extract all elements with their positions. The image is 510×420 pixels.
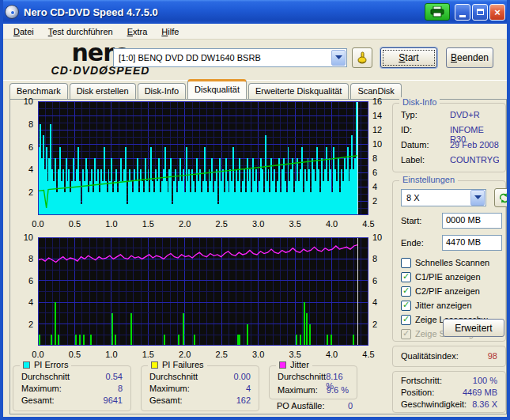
disk-label-row: Label:COUNTRYGERM (401, 155, 499, 165)
po-failures-row: PO Ausfälle: 0 (277, 401, 353, 411)
tab-erweiterte-diskqualitaet[interactable]: Erweiterte Diskqualität (248, 83, 349, 99)
progress-panel: Fortschritt:100 % Position:4469 MB Gesch… (392, 371, 506, 413)
checkbox-icon (401, 286, 411, 297)
maximize-button[interactable] (472, 4, 488, 21)
settings-title: Einstellungen (399, 175, 458, 184)
drive-select[interactable]: [1:0] BENQ DVD DD DW1640 BSRB (113, 48, 347, 67)
checkbox-icon (401, 315, 411, 325)
checkbox-icon (401, 301, 411, 311)
menu-test-durchfuehren[interactable]: Test durchführen (43, 25, 119, 38)
close-icon: × (494, 6, 501, 18)
po-failures-value: 0 (348, 401, 353, 411)
header: nero CD·DVDØSPEED [1:0] BENQ DVD DD DW16… (3, 40, 507, 81)
quit-button[interactable]: Beenden (446, 47, 493, 68)
pi-errors-title: PI Errors (34, 360, 68, 369)
drive-select-value: [1:0] BENQ DVD DD DW1640 BSRB (114, 53, 331, 62)
quit-button-label: Beenden (451, 52, 489, 63)
menu-hilfe[interactable]: Hilfe (156, 25, 184, 38)
checkbox-schnelles-scannen[interactable]: Schnelles Scannen (401, 257, 489, 268)
jitter-legend-icon (279, 361, 286, 369)
chevron-down-icon[interactable] (470, 190, 485, 206)
window-title: Nero CD-DVD Speed 4.7.5.0 (24, 6, 425, 18)
quality-index-label: Qualitätsindex: (401, 351, 459, 361)
minimize-button[interactable] (455, 4, 470, 21)
refresh-icon (499, 193, 509, 203)
speed-select[interactable]: 8 X (401, 189, 486, 206)
app-icon (5, 5, 19, 19)
tab-diskqualitaet[interactable]: Diskqualität (187, 79, 247, 99)
checkbox-icon (401, 258, 411, 268)
start-button[interactable]: Start (380, 47, 437, 68)
checkbox-jitter[interactable]: Jitter anzeigen (401, 300, 472, 311)
disk-type-row: Typ:DVD+R (401, 110, 499, 119)
printer-icon (430, 6, 444, 17)
pi-failures-panel: PI Failures Durchschnitt0.00 Maximum:4 G… (141, 365, 259, 411)
disk-info-group: Disk-Info Typ:DVD+R ID:INFOME R30 Datum:… (392, 103, 506, 172)
position-row: Position:4469 MB (401, 388, 497, 397)
progress-row: Fortschritt:100 % (401, 376, 497, 385)
tab-benchmark[interactable]: Benchmark (9, 83, 68, 99)
jitter-title: Jitter (290, 360, 309, 369)
po-failures-label: PO Ausfälle: (277, 401, 325, 411)
tab-strip: Benchmark Disk erstellen Disk-Info Diskq… (9, 81, 403, 99)
settings-group: Einstellungen 8 X Start: 0000 MB Ende: 4… (392, 180, 506, 342)
pi-errors-panel: PI Errors Durchschnitt0.54 Maximum:8 Ges… (13, 365, 131, 411)
menu-datei[interactable]: Datei (8, 25, 40, 38)
checkbox-c2-pif[interactable]: C2/PIF anzeigen (401, 286, 480, 297)
checkbox-icon (401, 272, 411, 282)
print-button[interactable] (425, 3, 450, 21)
start-button-label: Start (399, 52, 418, 63)
pi-errors-legend-icon (23, 361, 30, 369)
maximize-icon (477, 9, 484, 15)
menu-bar: Datei Test durchführen Extra Hilfe (3, 24, 507, 40)
minimize-icon (459, 15, 466, 17)
quality-index-value: 98 (488, 351, 497, 361)
scan-end-label: Ende: (401, 238, 424, 248)
close-button[interactable]: × (489, 4, 505, 21)
pi-failures-title: PI Failures (162, 360, 204, 369)
tab-disk-erstellen[interactable]: Disk erstellen (70, 83, 136, 99)
chevron-down-icon[interactable] (331, 50, 346, 66)
scan-start-input[interactable]: 0000 MB (442, 213, 502, 229)
disk-info-title: Disk-Info (399, 97, 440, 107)
jitter-panel: Jitter Durchschnitt8.16 % Maximum:9.6 % (269, 365, 357, 399)
menu-extra[interactable]: Extra (122, 25, 153, 38)
title-bar[interactable]: Nero CD-DVD Speed 4.7.5.0 × (0, 0, 510, 24)
pi-failures-legend-icon (151, 361, 158, 369)
disk-date-row: Datum:29 Feb 2008 (401, 140, 499, 149)
app-window: Nero CD-DVD Speed 4.7.5.0 × Datei Test d… (0, 0, 510, 420)
advanced-button[interactable]: Erweitert (443, 319, 504, 337)
speed-select-value: 8 X (402, 193, 470, 202)
scan-start-label: Start: (401, 216, 421, 225)
tab-disk-info[interactable]: Disk-Info (138, 83, 186, 99)
checkbox-c1-pie[interactable]: C1/PIE anzeigen (401, 271, 481, 282)
quality-index-panel: Qualitätsindex: 98 (392, 346, 506, 367)
checkbox-icon (401, 329, 411, 339)
hand-icon (356, 51, 368, 64)
refresh-button[interactable] (494, 188, 510, 207)
speed-row: Geschwindigkeit:8.36 X (401, 399, 497, 409)
tab-scandisk[interactable]: ScanDisk (350, 83, 401, 99)
scan-end-input[interactable]: 4470 MB (442, 235, 502, 251)
eject-button[interactable] (352, 47, 372, 68)
